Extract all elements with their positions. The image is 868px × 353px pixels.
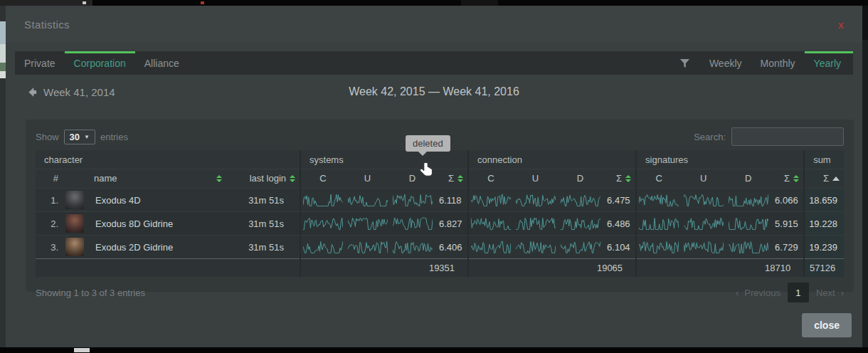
col-connection-u[interactable]: U (513, 169, 558, 189)
sort-icon (457, 175, 463, 182)
tab-monthly[interactable]: Monthly (751, 51, 805, 75)
group-header-row: character systems connection signatures … (36, 150, 844, 169)
col-signatures-u[interactable]: U (681, 169, 726, 189)
col-last-login[interactable]: last login (226, 169, 300, 189)
table-row[interactable]: 2. Exodus 8D Gidrine 31m 51s 6.827 6.486 (36, 212, 844, 236)
modal-title: Statistics (24, 19, 70, 31)
sparkline-chart (561, 216, 600, 231)
col-signatures-sum[interactable]: Σ (771, 169, 804, 189)
show-label: Show (36, 132, 59, 142)
col-connection-sum[interactable]: Σ (603, 169, 636, 189)
screen: Statistics x Private Corporation Allianc… (0, 0, 868, 353)
sparkline-chart (393, 193, 433, 207)
week-range-label: Week 42, 2015 — Week 41, 2016 (6, 85, 862, 98)
tab-strip: Private Corporation Alliance Weekly Mont… (15, 51, 853, 75)
systems-total: 19351 (300, 259, 468, 278)
sparkline-chart (348, 193, 388, 207)
filter-icon[interactable] (669, 51, 700, 75)
sparkline-chart (303, 193, 343, 207)
sparkline-chart (348, 240, 388, 254)
sparkline-chart (516, 193, 556, 207)
col-connection-c[interactable]: C (468, 169, 513, 189)
sort-asc-icon (832, 176, 840, 181)
sparkline-chart (639, 216, 679, 231)
col-signatures-c[interactable]: C (636, 169, 681, 189)
statistics-table: character systems connection signatures … (36, 150, 844, 277)
col-total-sum[interactable]: Σ (804, 169, 844, 189)
sort-icon (793, 175, 799, 182)
sparkline-chart (639, 193, 679, 207)
sparkline-chart (684, 193, 724, 207)
sparkline-chart (684, 240, 724, 254)
tab-yearly[interactable]: Yearly (805, 51, 853, 75)
group-connection: connection (468, 150, 636, 169)
sparkline-chart (393, 240, 433, 254)
sparkline-chart (729, 240, 768, 254)
group-systems: systems (300, 150, 468, 169)
totals-row: 19351 19065 18710 57126 (36, 259, 844, 278)
next-page-button[interactable]: Next › (816, 288, 844, 298)
deleted-tooltip: deleted (406, 135, 450, 152)
tab-weekly[interactable]: Weekly (700, 51, 751, 75)
sort-icon (625, 175, 631, 182)
sort-icon (290, 175, 295, 182)
previous-page-button[interactable]: ‹ Previous (736, 288, 780, 298)
page-number-button[interactable]: 1 (788, 283, 809, 302)
sparkline-chart (729, 193, 768, 207)
close-button[interactable]: close (802, 313, 852, 337)
table-footer: Showing 1 to 3 of 3 entries ‹ Previous 1… (36, 278, 844, 307)
group-sum: sum (804, 150, 844, 169)
col-rank[interactable]: # (36, 169, 61, 189)
sparkline-chart (639, 240, 679, 254)
sort-icon (216, 175, 222, 182)
connection-total: 19065 (468, 259, 636, 278)
pagination: ‹ Previous 1 Next › (736, 283, 844, 302)
sparkline-chart (516, 216, 556, 231)
background-page-bottom (0, 347, 868, 353)
tab-alliance[interactable]: Alliance (135, 51, 189, 75)
sparkline-chart (471, 240, 511, 254)
column-header-row: # name last login C U D Σ C U D Σ C U D … (36, 169, 844, 189)
page-size-select[interactable]: 30 ▼ (64, 130, 95, 144)
col-systems-sum[interactable]: Σ (435, 169, 468, 189)
tab-corporation[interactable]: Corporation (65, 51, 135, 75)
background-page-top (0, 0, 868, 6)
sparkline-chart (516, 240, 556, 254)
sparkline-chart (393, 216, 433, 231)
avatar (65, 238, 84, 256)
sparkline-chart (303, 216, 343, 231)
group-signatures: signatures (636, 150, 804, 169)
signatures-total: 18710 (636, 259, 804, 278)
search-input[interactable] (731, 127, 844, 146)
avatar (65, 191, 84, 209)
group-character: character (36, 150, 300, 169)
col-signatures-d[interactable]: D (726, 169, 771, 189)
sparkline-chart (471, 193, 511, 207)
sparkline-chart (561, 240, 600, 254)
grand-total: 57126 (804, 259, 844, 278)
table-row[interactable]: 1. Exodus 4D 31m 51s 6.118 6.475 6.066 (36, 189, 844, 212)
col-name[interactable]: name (90, 169, 226, 189)
sparkline-chart (471, 216, 511, 231)
sparkline-chart (729, 216, 768, 231)
table-row[interactable]: 3. Exodus 2D Gidrine 31m 51s 6.406 6.104 (36, 236, 844, 259)
week-navigation: Week 41, 2014 Week 42, 2015 — Week 41, 2… (6, 78, 862, 109)
showing-entries-label: Showing 1 to 3 of 3 entries (36, 288, 145, 298)
chevron-down-icon: ▼ (84, 134, 90, 140)
chevron-right-icon: › (841, 288, 844, 298)
search-label: Search: (694, 132, 726, 142)
chevron-left-icon: ‹ (736, 288, 739, 298)
sparkline-chart (561, 193, 600, 207)
col-systems-c[interactable]: C (300, 169, 345, 189)
tab-private[interactable]: Private (15, 51, 65, 75)
close-icon[interactable]: x (838, 19, 844, 30)
avatar (65, 214, 84, 233)
background-page-left (0, 6, 6, 347)
mouse-cursor (418, 161, 435, 181)
col-connection-d[interactable]: D (558, 169, 603, 189)
sparkline-chart (684, 216, 724, 231)
modal-header: Statistics x (6, 6, 862, 43)
col-systems-u[interactable]: U (345, 169, 390, 189)
sparkline-chart (303, 240, 343, 254)
background-page-right (862, 6, 868, 347)
